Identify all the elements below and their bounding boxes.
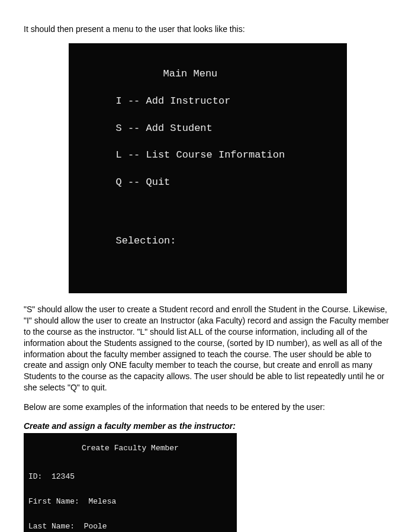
selection-prompt: Selection: (69, 235, 347, 248)
form-title: Create Faculty Member (24, 444, 237, 452)
field-value: Melesa (88, 497, 116, 506)
menu-key: L (116, 149, 122, 161)
menu-label: Add Instructor (146, 95, 231, 107)
menu-label: List Course Information (146, 149, 285, 161)
form-field: First Name: Melesa (24, 498, 237, 505)
field-value: 12345 (52, 472, 75, 481)
form-field: Last Name: Poole (24, 523, 237, 530)
faculty-heading: Create and assign a faculty member as th… (24, 421, 391, 431)
menu-key: S (116, 123, 122, 134)
menu-item: I -- Add Instructor (69, 95, 347, 108)
menu-item: S -- Add Student (69, 122, 347, 136)
menu-key: Q (116, 177, 122, 188)
menu-item: L -- List Course Information (69, 149, 347, 162)
field-label: First Name: (28, 497, 79, 506)
terminal-main-menu: Main Menu I -- Add Instructor S -- Add S… (69, 43, 347, 293)
menu-label: Quit (146, 177, 170, 188)
menu-title: Main Menu (69, 68, 347, 81)
menu-label: Add Student (146, 123, 213, 134)
field-value: Poole (84, 522, 107, 531)
intro-paragraph: It should then present a menu to the use… (24, 24, 391, 35)
field-label: ID: (28, 472, 42, 481)
examples-intro: Below are some examples of the informati… (24, 402, 391, 413)
explanation-paragraph: "S" should allow the user to create a St… (24, 304, 391, 393)
terminal-create-faculty: Create Faculty Member ID: 12345 First Na… (24, 433, 237, 532)
form-field: ID: 12345 (24, 473, 237, 480)
field-label: Last Name: (28, 522, 75, 531)
blank-line (69, 203, 347, 221)
menu-key: I (116, 95, 122, 107)
menu-item: Q -- Quit (69, 176, 347, 190)
document-page: It should then present a menu to the use… (0, 0, 415, 532)
